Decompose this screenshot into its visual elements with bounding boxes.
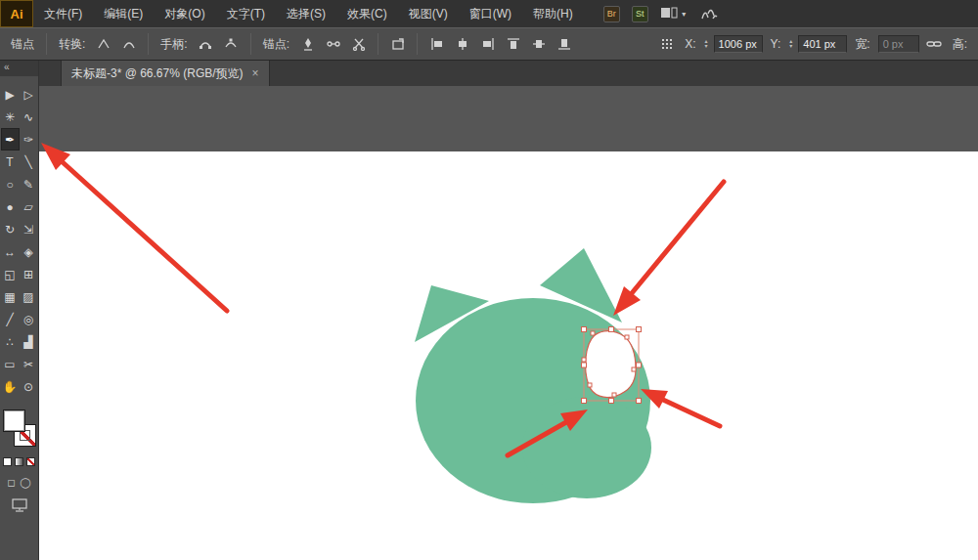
tool-symbol-sprayer[interactable]: ∴ xyxy=(1,330,20,353)
tool-width[interactable]: ↔ xyxy=(1,240,20,263)
tool-mesh[interactable]: ▦ xyxy=(1,285,20,308)
document-tab-title: 未标题-3* @ 66.67% (RGB/预览) xyxy=(71,65,244,82)
tool-direct-selection[interactable]: ▷ xyxy=(20,83,38,106)
tool-pen[interactable]: ✒ xyxy=(1,128,20,151)
control-bar: 锚点 转换: 手柄: 锚点: xyxy=(0,27,978,61)
menu-edit[interactable]: 编辑(E) xyxy=(93,0,154,27)
tools-panel: « ▶ ▷ ✳ ∿ ✒ ✑ T ╲ ○ ✎ ● ▱ ↻ ⇲ ↔ ◈ ◱ ⊞ ▦ … xyxy=(0,61,39,560)
transform-controls: X: ▴ ▾ 1006 px Y: ▴ ▾ 401 px 宽: 0 px 高: xyxy=(656,34,970,54)
remove-anchor-button[interactable] xyxy=(297,34,318,54)
align-top-button[interactable] xyxy=(503,34,523,54)
document-tab[interactable]: 未标题-3* @ 66.67% (RGB/预览) × xyxy=(61,61,270,86)
menu-help[interactable]: 帮助(H) xyxy=(522,0,584,27)
align-vertical-center-button[interactable] xyxy=(528,34,549,54)
tool-paintbrush[interactable]: ✑ xyxy=(20,128,38,151)
screen-mode-button[interactable] xyxy=(12,498,27,516)
align-left-button[interactable] xyxy=(426,34,447,54)
show-handles-button[interactable] xyxy=(196,34,216,54)
menu-object[interactable]: 对象(O) xyxy=(154,0,215,27)
tool-grid: ▶ ▷ ✳ ∿ ✒ ✑ T ╲ ○ ✎ ● ▱ ↻ ⇲ ↔ ◈ ◱ ⊞ ▦ ▨ … xyxy=(1,83,38,398)
separator xyxy=(417,33,418,55)
x-field[interactable]: 1006 px xyxy=(714,35,763,53)
tool-perspective-grid[interactable]: ⊞ xyxy=(20,263,38,285)
separator xyxy=(148,33,149,55)
tool-blend[interactable]: ◎ xyxy=(20,308,38,330)
stock-button[interactable]: St xyxy=(632,6,648,22)
fill-color-swatch[interactable] xyxy=(3,409,25,432)
constrain-proportions-icon[interactable] xyxy=(924,34,945,54)
tool-lasso[interactable]: ∿ xyxy=(20,106,38,128)
handles-label: 手柄: xyxy=(160,36,187,53)
draw-normal-icon[interactable]: ◻ xyxy=(7,477,15,488)
tool-type[interactable]: T xyxy=(1,151,20,173)
tool-eyedropper[interactable]: ╱ xyxy=(1,308,20,330)
anchors-label: 锚点: xyxy=(263,36,289,53)
tool-line-segment[interactable]: ╲ xyxy=(20,151,38,173)
tool-ellipse[interactable]: ○ xyxy=(1,173,20,195)
menu-bar: Ai 文件(F) 编辑(E) 对象(O) 文字(T) 选择(S) 效果(C) 视… xyxy=(0,0,978,27)
draw-behind-icon[interactable]: ◯ xyxy=(21,477,31,488)
menu-effect[interactable]: 效果(C) xyxy=(336,0,398,27)
arrange-documents-icon xyxy=(660,6,678,22)
y-field[interactable]: 401 px xyxy=(798,35,847,53)
tool-slice[interactable]: ✂ xyxy=(20,353,38,375)
width-field[interactable]: 0 px xyxy=(878,35,919,53)
menu-select[interactable]: 选择(S) xyxy=(276,0,336,27)
align-bottom-button[interactable] xyxy=(554,34,574,54)
separator xyxy=(250,33,251,55)
fill-stroke-swatches xyxy=(3,409,36,447)
menu-view[interactable]: 视图(V) xyxy=(398,0,459,27)
y-stepper[interactable]: ▴ ▾ xyxy=(789,39,792,49)
width-label: 宽: xyxy=(855,36,869,53)
convert-corner-button[interactable] xyxy=(93,34,113,54)
tool-eraser[interactable]: ▱ xyxy=(20,195,38,218)
tool-selection[interactable]: ▶ xyxy=(1,83,20,106)
color-type-buttons xyxy=(3,457,35,466)
x-label: X: xyxy=(685,37,695,51)
arrange-documents-button[interactable]: ▼ xyxy=(660,6,688,22)
spinner-down-icon[interactable]: ▾ xyxy=(705,44,708,49)
tool-column-graph[interactable]: ▟ xyxy=(20,330,38,353)
tool-zoom[interactable]: ⊙ xyxy=(20,375,38,398)
selection-type-label: 锚点 xyxy=(11,36,34,53)
menu-file[interactable]: 文件(F) xyxy=(33,0,93,27)
tool-blob-brush[interactable]: ● xyxy=(1,195,20,218)
tool-scale[interactable]: ⇲ xyxy=(20,218,38,240)
tool-free-transform[interactable]: ◈ xyxy=(20,240,38,263)
app-logo: Ai xyxy=(0,0,33,27)
tool-rotate[interactable]: ↻ xyxy=(1,218,20,240)
bridge-button[interactable]: Br xyxy=(603,6,620,22)
tool-shape-builder[interactable]: ◱ xyxy=(1,263,20,285)
cut-path-button[interactable] xyxy=(348,34,369,54)
convert-label: 转换: xyxy=(59,36,85,53)
tool-artboard[interactable]: ▭ xyxy=(1,353,20,375)
illustrator-window: Ai 文件(F) 编辑(E) 对象(O) 文字(T) 选择(S) 效果(C) 视… xyxy=(0,0,978,560)
gradient-button[interactable] xyxy=(15,457,23,466)
x-stepper[interactable]: ▴ ▾ xyxy=(705,39,708,49)
none-button[interactable] xyxy=(26,457,35,466)
collapse-panel-button[interactable]: « xyxy=(0,61,38,76)
canvas-pasteboard[interactable] xyxy=(39,86,978,560)
tool-hand[interactable]: ✋ xyxy=(1,375,20,398)
convert-smooth-button[interactable] xyxy=(118,34,139,54)
hide-handles-button[interactable] xyxy=(221,34,242,54)
connect-endpoints-button[interactable] xyxy=(323,34,343,54)
reference-point-icon[interactable] xyxy=(656,34,677,54)
align-horizontal-center-button[interactable] xyxy=(452,34,472,54)
menu-type[interactable]: 文字(T) xyxy=(216,0,276,27)
menu-window[interactable]: 窗口(W) xyxy=(459,0,522,27)
gesture-icon[interactable] xyxy=(699,5,719,23)
app-bar-tools: Br St ▼ xyxy=(603,5,719,23)
align-right-button[interactable] xyxy=(477,34,498,54)
spinner-down-icon[interactable]: ▾ xyxy=(789,44,792,49)
separator xyxy=(378,33,378,55)
tool-gradient[interactable]: ▨ xyxy=(20,285,38,308)
tool-pencil[interactable]: ✎ xyxy=(20,173,38,195)
document-tab-bar: 未标题-3* @ 66.67% (RGB/预览) × xyxy=(39,61,978,86)
artboard[interactable] xyxy=(39,151,978,560)
color-button[interactable] xyxy=(3,457,12,466)
tool-magic-wand[interactable]: ✳ xyxy=(1,106,20,128)
close-icon[interactable]: × xyxy=(252,66,259,80)
isolate-object-button[interactable] xyxy=(387,34,408,54)
height-label: 高: xyxy=(953,36,967,53)
